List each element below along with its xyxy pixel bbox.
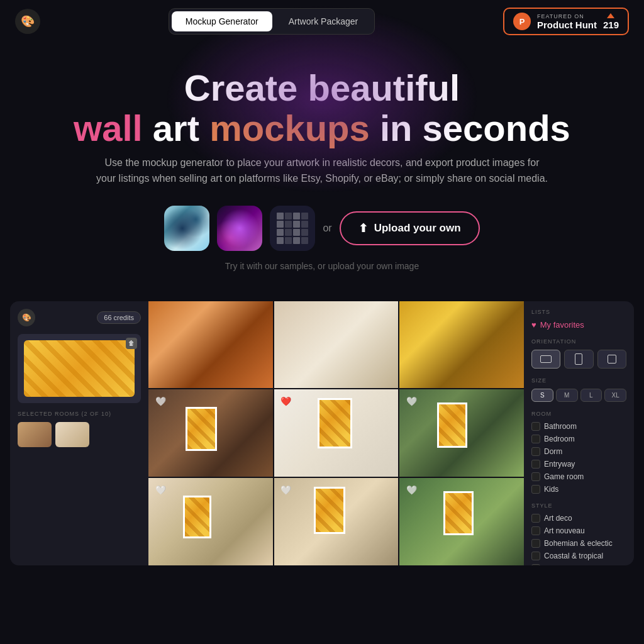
or-separator: or xyxy=(323,223,331,234)
style-artdeco[interactable]: Art deco xyxy=(531,514,626,523)
style-bohemian[interactable]: Bohemian & eclectic xyxy=(531,539,626,548)
room-item-3[interactable] xyxy=(399,301,524,389)
ph-triangle-icon xyxy=(607,13,614,18)
room-kids[interactable]: Kids xyxy=(531,485,626,494)
orientation-buttons xyxy=(531,350,626,369)
room-item-5[interactable]: ❤️ xyxy=(274,389,399,477)
room-item-2[interactable] xyxy=(274,301,399,389)
artwork-thumbnail[interactable] xyxy=(24,340,135,397)
upload-icon: ⬆ xyxy=(358,221,368,235)
favorite-room-8-icon[interactable]: 🤍 xyxy=(279,483,293,497)
upload-button[interactable]: ⬆ Upload your own xyxy=(340,211,480,245)
room-filter-label: ROOM xyxy=(531,411,626,417)
sample-image-1[interactable] xyxy=(164,206,209,251)
room-kids-checkbox[interactable] xyxy=(531,485,540,494)
room-kids-label: Kids xyxy=(544,485,558,494)
room-entryway[interactable]: Entryway xyxy=(531,460,626,469)
room-bathroom-checkbox[interactable] xyxy=(531,422,540,431)
orientation-portrait-btn[interactable] xyxy=(564,350,593,369)
samples-hint: Try it with our samples, or upload your … xyxy=(13,261,631,271)
room-bedroom[interactable]: Bedroom xyxy=(531,435,626,443)
artwork-in-room-6 xyxy=(437,402,467,448)
favorite-room-9-icon[interactable]: 🤍 xyxy=(404,483,418,497)
right-panel: LISTS ♥ My favorites ORIENTATION SI xyxy=(524,301,634,565)
product-hunt-badge[interactable]: P FEATURED ON Product Hunt 219 xyxy=(503,8,629,35)
hero-section: Create beautiful wall art mockups in sec… xyxy=(0,43,644,301)
ph-number: 219 xyxy=(603,19,619,30)
orientation-section: ORIENTATION xyxy=(531,338,626,369)
room-item-7[interactable]: 🤍 xyxy=(148,478,273,565)
size-l-btn[interactable]: L xyxy=(580,389,602,402)
delete-artwork-icon[interactable]: 🗑 xyxy=(126,338,137,349)
tab-artwork-packager[interactable]: Artwork Packager xyxy=(275,11,372,31)
room-entryway-label: Entryway xyxy=(544,460,575,469)
style-coastal-label: Coastal & tropical xyxy=(544,552,603,560)
style-coastal[interactable]: Coastal & tropical xyxy=(531,552,626,560)
hero-subtitle: Use the mockup generator to place your a… xyxy=(96,155,548,187)
room-entryway-checkbox[interactable] xyxy=(531,460,540,469)
room-item-9[interactable]: 🤍 xyxy=(399,478,524,565)
orientation-landscape-btn[interactable] xyxy=(531,350,560,369)
size-label: SIZE xyxy=(531,377,626,384)
size-m-btn[interactable]: M xyxy=(556,389,578,402)
tab-mockup-generator[interactable]: Mockup Generator xyxy=(172,11,272,31)
room-thumb-2[interactable] xyxy=(55,422,89,447)
room-item-6[interactable]: 🤍 xyxy=(399,389,524,477)
ph-featured-label: FEATURED ON xyxy=(537,13,597,19)
size-buttons: S M L XL xyxy=(531,389,626,402)
room-gameroom[interactable]: Game room xyxy=(531,472,626,481)
lists-section: LISTS ♥ My favorites xyxy=(531,309,626,330)
room-dorm[interactable]: Dorm xyxy=(531,447,626,456)
favorite-room-6-icon[interactable]: 🤍 xyxy=(404,394,418,408)
room-item-4[interactable]: 🤍 xyxy=(148,389,273,477)
room-gameroom-label: Game room xyxy=(544,472,584,481)
room-item-8[interactable]: 🤍 xyxy=(274,478,399,565)
panel-header: 🎨 66 credits xyxy=(18,309,141,326)
room-bathroom-label: Bathroom xyxy=(544,422,577,431)
style-artdeco-checkbox[interactable] xyxy=(531,514,540,523)
favorite-room-5-icon[interactable]: ❤️ xyxy=(279,394,293,408)
orientation-square-btn[interactable] xyxy=(597,350,626,369)
ph-name-label: Product Hunt xyxy=(537,19,597,30)
size-xl-btn[interactable]: XL xyxy=(604,389,626,402)
style-artnouv-checkbox[interactable] xyxy=(531,526,540,535)
size-s-btn[interactable]: S xyxy=(531,389,553,402)
sample-image-3[interactable] xyxy=(270,206,315,251)
favorite-room-4-icon[interactable]: 🤍 xyxy=(153,394,167,408)
product-hunt-text: FEATURED ON Product Hunt xyxy=(537,13,597,30)
room-thumb-1[interactable] xyxy=(18,422,52,447)
room-bathroom[interactable]: Bathroom xyxy=(531,422,626,431)
navbar: 🎨 Mockup Generator Artwork Packager P FE… xyxy=(0,0,644,43)
room-section: ROOM Bathroom Bedroom Dorm Entryway Game… xyxy=(531,411,626,494)
mockup-grid: 🤍 ❤️ 🤍 🤍 🤍 🤍 xyxy=(148,301,524,565)
style-contemporary-label: Contemporary xyxy=(544,564,592,565)
room-bedroom-checkbox[interactable] xyxy=(531,435,540,443)
favorite-room-7-icon[interactable]: 🤍 xyxy=(153,483,167,497)
style-coastal-checkbox[interactable] xyxy=(531,552,540,560)
style-bohemian-checkbox[interactable] xyxy=(531,539,540,548)
landscape-icon xyxy=(540,355,552,363)
style-contemporary[interactable]: Contemporary xyxy=(531,564,626,565)
my-favorites-item[interactable]: ♥ My favorites xyxy=(531,320,626,330)
word-seconds: in seconds xyxy=(380,108,570,148)
square-icon xyxy=(608,355,616,364)
style-bohemian-label: Bohemian & eclectic xyxy=(544,539,613,548)
word-art: art xyxy=(153,108,199,148)
style-artnouv-label: Art nouveau xyxy=(544,526,585,535)
style-contemporary-checkbox[interactable] xyxy=(531,564,540,565)
artwork-in-room-7 xyxy=(183,496,211,538)
credits-badge: 66 credits xyxy=(97,311,141,324)
style-artnouv[interactable]: Art nouveau xyxy=(531,526,626,535)
sample-image-2[interactable] xyxy=(217,206,262,251)
room-dorm-checkbox[interactable] xyxy=(531,447,540,456)
room-item-1[interactable] xyxy=(148,301,273,389)
product-hunt-icon: P xyxy=(513,13,531,30)
room-gameroom-checkbox[interactable] xyxy=(531,472,540,481)
grid-pattern-icon xyxy=(277,213,308,244)
size-section: SIZE S M L XL xyxy=(531,377,626,402)
style-section: STYLE Art deco Art nouveau Bohemian & ec… xyxy=(531,502,626,565)
lists-label: LISTS xyxy=(531,309,626,315)
hero-title-line2: wall art mockups in seconds xyxy=(13,108,631,148)
selected-rooms-label: SELECTED ROOMS (2 OF 10) xyxy=(18,411,141,417)
word-mockups: mockups xyxy=(209,108,370,148)
